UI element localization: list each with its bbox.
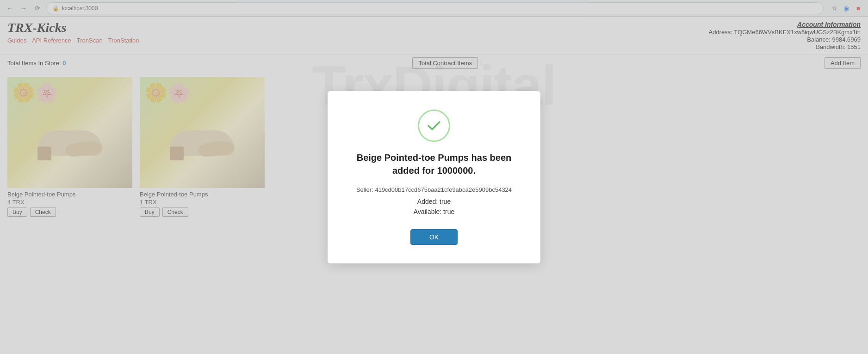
- modal-available: Available: true: [351, 208, 517, 215]
- success-modal: Beige Pointed-toe Pumps has been added f…: [328, 91, 540, 263]
- modal-title: Beige Pointed-toe Pumps has been added f…: [351, 151, 517, 177]
- checkmark-icon: [426, 117, 442, 134]
- ok-button[interactable]: OK: [410, 229, 458, 245]
- modal-overlay: Beige Pointed-toe Pumps has been added f…: [0, 17, 868, 354]
- app: TRX-Kicks Guides API Reference TronScan …: [0, 17, 868, 354]
- modal-seller: Seller: 419cd00b17ccd675baa21cfe9abca2e5…: [351, 186, 517, 193]
- modal-added: Added: true: [351, 198, 517, 205]
- success-icon-circle: [418, 110, 450, 142]
